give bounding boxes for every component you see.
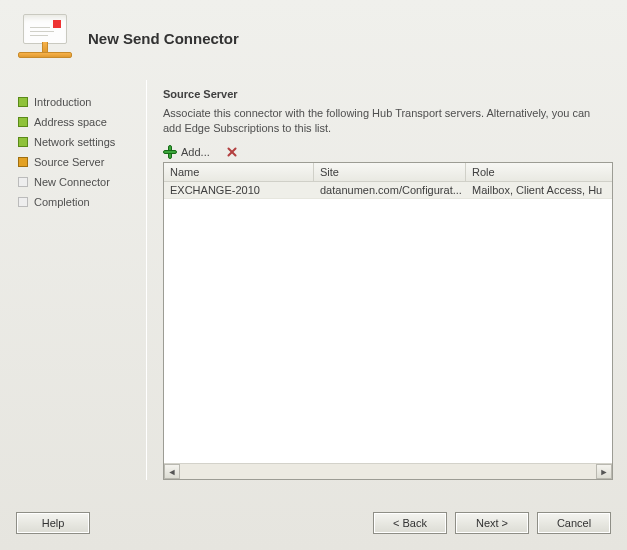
upcoming-icon — [18, 177, 28, 187]
step-label: Address space — [34, 116, 107, 128]
column-header-name[interactable]: Name — [164, 163, 314, 181]
section-title: Source Server — [163, 88, 613, 100]
grid-header: Name Site Role — [164, 163, 612, 182]
content-area: Source Server Associate this connector w… — [147, 80, 627, 480]
step-introduction: Introduction — [18, 92, 138, 112]
step-label: New Connector — [34, 176, 110, 188]
step-label: Completion — [34, 196, 90, 208]
plus-icon — [163, 145, 177, 159]
step-network-settings: Network settings — [18, 132, 138, 152]
cell-site: datanumen.com/Configurat... — [314, 182, 466, 198]
remove-button[interactable] — [224, 144, 240, 160]
table-row[interactable]: EXCHANGE-2010 datanumen.com/Configurat..… — [164, 182, 612, 199]
list-toolbar: Add... — [163, 144, 613, 160]
active-icon — [18, 157, 28, 167]
server-grid: Name Site Role EXCHANGE-2010 datanumen.c… — [163, 162, 613, 480]
help-button[interactable]: Help — [16, 512, 90, 534]
cell-role: Mailbox, Client Access, Hu — [466, 182, 612, 198]
column-header-site[interactable]: Site — [314, 163, 466, 181]
check-icon — [18, 117, 28, 127]
scroll-track[interactable] — [180, 464, 596, 479]
page-title: New Send Connector — [88, 30, 239, 47]
section-description: Associate this connector with the follow… — [163, 106, 609, 136]
add-label: Add... — [181, 146, 210, 158]
cancel-button[interactable]: Cancel — [537, 512, 611, 534]
next-button[interactable]: Next > — [455, 512, 529, 534]
horizontal-scrollbar[interactable]: ◄ ► — [164, 463, 612, 479]
header: New Send Connector — [0, 0, 627, 80]
footer: Help < Back Next > Cancel — [0, 512, 627, 534]
step-label: Introduction — [34, 96, 91, 108]
check-icon — [18, 137, 28, 147]
step-completion: Completion — [18, 192, 138, 212]
add-button[interactable]: Add... — [163, 145, 218, 159]
grid-body: EXCHANGE-2010 datanumen.com/Configurat..… — [164, 182, 612, 463]
check-icon — [18, 97, 28, 107]
step-label: Network settings — [34, 136, 115, 148]
wizard-steps: Introduction Address space Network setti… — [0, 80, 146, 480]
scroll-right-icon[interactable]: ► — [596, 464, 612, 479]
cell-name: EXCHANGE-2010 — [164, 182, 314, 198]
scroll-left-icon[interactable]: ◄ — [164, 464, 180, 479]
upcoming-icon — [18, 197, 28, 207]
step-label: Source Server — [34, 156, 104, 168]
back-button[interactable]: < Back — [373, 512, 447, 534]
step-source-server: Source Server — [18, 152, 138, 172]
step-address-space: Address space — [18, 112, 138, 132]
connector-icon — [18, 14, 72, 62]
step-new-connector: New Connector — [18, 172, 138, 192]
column-header-role[interactable]: Role — [466, 163, 612, 181]
